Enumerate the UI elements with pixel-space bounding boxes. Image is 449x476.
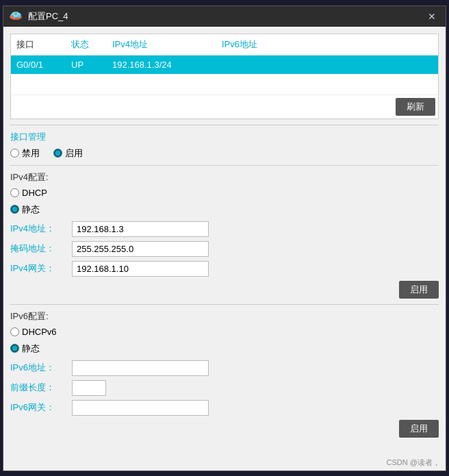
ipv6-config-section: IPv6配置: DHCPv6 静态 IPv6地址： 前缀长度：: [10, 310, 439, 438]
ipv4-config-label: IPv4配置:: [10, 171, 439, 184]
main-window: 配置PC_4 ✕ 接口 状态 IPv4地址 IPv6地址 G0/0/1 UP 1…: [3, 5, 446, 471]
ipv4-apply-row: 启用: [10, 281, 439, 299]
subnet-mask-label: 掩码地址：: [10, 242, 72, 255]
refresh-row: 刷新: [11, 95, 438, 118]
ipv4-static-radio-group: 静态: [10, 203, 439, 216]
col-interface: 接口: [16, 38, 71, 51]
col-status: 状态: [71, 38, 112, 51]
content-area: 接口 状态 IPv4地址 IPv6地址 G0/0/1 UP 192.168.1.…: [3, 27, 446, 455]
ipv6-address-row: IPv6地址：: [10, 360, 439, 376]
prefix-length-input[interactable]: [72, 380, 106, 396]
static-label: 静态: [22, 203, 40, 216]
svg-point-4: [11, 15, 14, 18]
cell-ipv6: [222, 60, 433, 70]
interface-table: 接口 状态 IPv4地址 IPv6地址 G0/0/1 UP 192.168.1.…: [10, 34, 439, 119]
ipv6-dhcp-radio-group: DHCPv6: [10, 327, 439, 337]
watermark: CSDN @读者，: [3, 455, 446, 471]
enable-radio[interactable]: [53, 149, 62, 158]
refresh-button[interactable]: 刷新: [396, 98, 435, 116]
ipv6-apply-button[interactable]: 启用: [399, 420, 439, 438]
ipv6-gateway-label: IPv6网关：: [10, 401, 72, 414]
prefix-length-row: 前缀长度：: [10, 380, 439, 396]
subnet-mask-row: 掩码地址：: [10, 241, 439, 257]
divider-1: [10, 125, 439, 125]
ipv4-gateway-label: IPv4网关：: [10, 262, 72, 275]
disable-radio[interactable]: [10, 149, 19, 158]
interface-management-radio-group: 禁用 启用: [10, 147, 439, 160]
ipv6-apply-row: 启用: [10, 420, 439, 438]
ipv6-gateway-row: IPv6网关：: [10, 400, 439, 416]
static-radio-item[interactable]: 静态: [10, 203, 40, 216]
ipv4-address-input[interactable]: [72, 221, 209, 237]
ipv6-static-radio-item[interactable]: 静态: [10, 342, 40, 355]
enable-label: 启用: [65, 147, 83, 160]
ipv6-gateway-input[interactable]: [72, 400, 209, 416]
ipv6-address-label: IPv6地址：: [10, 362, 72, 374]
col-ipv4: IPv4地址: [112, 38, 222, 51]
static-radio[interactable]: [10, 205, 19, 214]
disable-label: 禁用: [22, 147, 40, 160]
title-bar: 配置PC_4 ✕: [3, 6, 446, 27]
ipv4-address-label: IPv4地址：: [10, 223, 72, 235]
ipv4-gateway-input[interactable]: [72, 261, 209, 277]
subnet-mask-input[interactable]: [72, 241, 209, 257]
cell-ipv4: 192.168.1.3/24: [112, 60, 222, 70]
window-title: 配置PC_4: [28, 10, 424, 23]
ipv4-config-section: IPv4配置: DHCP 静态 IPv4地址： 掩码地址：: [10, 171, 439, 299]
dhcp-label: DHCP: [22, 188, 47, 198]
ipv6-static-label: 静态: [22, 342, 40, 355]
svg-point-6: [18, 15, 21, 18]
close-button[interactable]: ✕: [424, 10, 440, 23]
col-ipv6: IPv6地址: [222, 38, 433, 51]
cell-status: UP: [71, 60, 112, 70]
interface-management-section: 接口管理 禁用 启用: [10, 131, 439, 160]
dhcp-radio[interactable]: [10, 188, 19, 197]
table-empty-space: [11, 74, 438, 95]
ipv4-apply-button[interactable]: 启用: [399, 281, 439, 299]
dhcpv6-radio-item[interactable]: DHCPv6: [10, 327, 57, 337]
divider-2: [10, 165, 439, 166]
interface-management-label: 接口管理: [10, 131, 439, 143]
ipv6-static-radio-group: 静态: [10, 342, 439, 355]
dhcpv6-radio[interactable]: [10, 327, 19, 336]
divider-3: [10, 304, 439, 305]
disable-radio-item[interactable]: 禁用: [10, 147, 40, 160]
ipv6-address-input[interactable]: [72, 360, 209, 376]
svg-point-5: [14, 12, 17, 15]
prefix-length-label: 前缀长度：: [10, 381, 72, 394]
enable-radio-item[interactable]: 启用: [53, 147, 83, 160]
dhcp-radio-item[interactable]: DHCP: [10, 188, 47, 198]
ipv4-type-radio-group: DHCP: [10, 188, 439, 198]
table-header: 接口 状态 IPv4地址 IPv6地址: [11, 34, 438, 55]
ipv4-gateway-row: IPv4网关：: [10, 261, 439, 277]
cell-interface: G0/0/1: [16, 60, 71, 70]
app-icon: [9, 10, 23, 23]
dhcpv6-label: DHCPv6: [22, 327, 57, 337]
ipv6-static-radio[interactable]: [10, 344, 19, 353]
ipv4-address-row: IPv4地址：: [10, 221, 439, 237]
table-row[interactable]: G0/0/1 UP 192.168.1.3/24: [11, 55, 438, 74]
ipv6-config-label: IPv6配置:: [10, 310, 439, 323]
